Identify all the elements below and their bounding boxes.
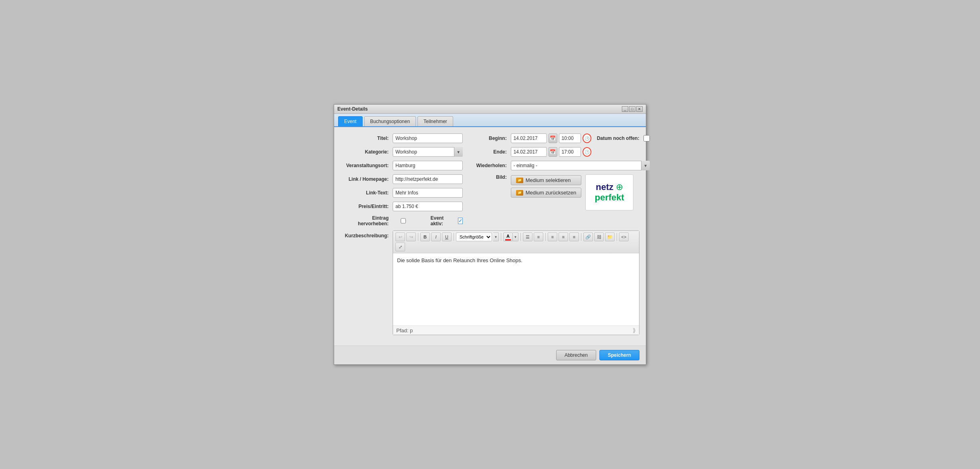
link-text-input[interactable] — [393, 188, 463, 198]
ende-calendar-icon[interactable]: 📅 — [548, 147, 557, 157]
right-column: Beginn: 📅 🕐 Datum noch offen: Ende: — [471, 133, 650, 230]
close-button[interactable]: ✕ — [636, 106, 643, 112]
separator-4 — [520, 233, 521, 241]
datum-offen-label: Datum noch offen: — [597, 135, 639, 141]
save-button[interactable]: Speichern — [599, 350, 639, 360]
kurzbeschreibung-row: Kurzbeschreibung: ↩ ↪ B I U Schriftgröße — [341, 230, 639, 335]
expand-button[interactable]: ⤢ — [395, 243, 405, 251]
form-section: Titel: Kategorie: Workshop ▼ Veranstaltu… — [341, 133, 639, 230]
datum-offen-checkbox[interactable] — [643, 135, 650, 142]
color-button-group: A ▼ — [503, 232, 518, 241]
color-indicator — [505, 239, 511, 241]
unlink-button[interactable]: ⛓ — [594, 232, 604, 241]
titel-input[interactable] — [393, 133, 463, 143]
medium-selektieren-button[interactable]: 📁 Medium selektieren — [511, 175, 581, 185]
code-view-button[interactable]: <> — [619, 232, 629, 241]
font-size-select[interactable]: Schriftgröße — [456, 232, 492, 241]
maximize-button[interactable]: □ — [629, 106, 635, 112]
kategorie-select[interactable]: Workshop — [393, 147, 463, 157]
image-preview: netz ⊕ perfekt — [585, 174, 633, 210]
bottom-bar: Abbrechen Speichern — [334, 346, 646, 364]
cancel-button[interactable]: Abbrechen — [556, 350, 596, 360]
link-homepage-input[interactable] — [393, 174, 463, 184]
beginn-row: Beginn: 📅 🕐 Datum noch offen: — [471, 133, 650, 143]
event-aktiv-checkbox[interactable]: ✓ — [458, 218, 463, 224]
kategorie-select-wrapper: Workshop ▼ — [393, 147, 463, 157]
medium-selektieren-icon: 📁 — [516, 178, 523, 183]
wiederholen-select[interactable]: - einmalig - — [511, 161, 650, 170]
separator-3 — [501, 233, 501, 241]
align-center-button[interactable]: ≡ — [559, 232, 568, 241]
beginn-calendar-icon[interactable]: 📅 — [548, 133, 557, 143]
veranstaltungsort-row: Veranstaltungsort: — [341, 161, 463, 170]
bullet-list-button[interactable]: ☰ — [523, 232, 532, 241]
title-bar: Event-Details _ □ ✕ — [334, 105, 646, 114]
kategorie-row: Kategorie: Workshop ▼ — [341, 147, 463, 157]
checkbox-row: Eintrag hervorheben: Event aktiv: ✓ — [341, 215, 463, 226]
eintrag-checkbox[interactable] — [401, 218, 406, 224]
separator-1 — [418, 233, 418, 241]
preis-row: Preis/Eintritt: — [341, 202, 463, 211]
medium-zuruecksetzen-button[interactable]: 📁 Medium zurücksetzen — [511, 188, 581, 198]
ende-clock-icon[interactable]: 🕐 — [583, 147, 591, 157]
tabs-bar: Event Buchungsoptionen Teilnehmer — [334, 114, 646, 127]
font-size-dropdown-arrow-icon[interactable]: ▼ — [493, 232, 499, 241]
align-right-button[interactable]: ≡ — [569, 232, 579, 241]
link-homepage-row: Link / Homepage: — [341, 174, 463, 184]
separator-6 — [581, 233, 581, 241]
ende-label: Ende: — [471, 149, 511, 155]
window-title: Event-Details — [337, 106, 368, 112]
redo-button[interactable]: ↪ — [406, 232, 416, 241]
preis-label: Preis/Eintritt: — [341, 204, 393, 209]
beginn-label: Beginn: — [471, 135, 511, 141]
event-aktiv-label: Event aktiv: — [430, 215, 450, 226]
insert-media-button[interactable]: 📁 — [605, 232, 615, 241]
ende-time-input[interactable] — [559, 147, 581, 157]
minimize-button[interactable]: _ — [622, 106, 628, 112]
beginn-time-input[interactable] — [559, 133, 581, 143]
wiederholen-select-wrapper: - einmalig - ▼ — [511, 161, 650, 170]
beginn-clock-icon[interactable]: 🕐 — [583, 133, 591, 143]
preis-input[interactable] — [393, 202, 463, 211]
netz-perfekt-logo: netz ⊕ perfekt — [595, 182, 624, 203]
wiederholen-label: Wiederholen: — [471, 163, 511, 168]
bild-label: Bild: — [471, 174, 511, 180]
veranstaltungsort-label: Veranstaltungsort: — [341, 163, 393, 168]
undo-button[interactable]: ↩ — [395, 232, 405, 241]
numbered-list-button[interactable]: ≡ — [534, 232, 543, 241]
titel-row: Titel: — [341, 133, 463, 143]
veranstaltungsort-input[interactable] — [393, 161, 463, 170]
titel-label: Titel: — [341, 135, 393, 141]
tab-event[interactable]: Event — [338, 116, 363, 126]
wiederholen-row: Wiederholen: - einmalig - ▼ — [471, 161, 650, 170]
window-controls: _ □ ✕ — [622, 106, 643, 112]
ende-row: Ende: 📅 🕐 — [471, 147, 650, 157]
form-content: Titel: Kategorie: Workshop ▼ Veranstaltu… — [334, 127, 646, 346]
editor-wrapper: ↩ ↪ B I U Schriftgröße ▼ — [393, 230, 639, 335]
text-color-button[interactable]: A — [503, 232, 513, 241]
italic-button[interactable]: I — [431, 232, 441, 241]
resize-handle-icon[interactable]: ⟫ — [633, 327, 636, 334]
link-text-row: Link-Text: — [341, 188, 463, 198]
left-column: Titel: Kategorie: Workshop ▼ Veranstaltu… — [341, 133, 463, 230]
ende-date-input[interactable] — [511, 147, 547, 157]
eintrag-label: Eintrag hervorheben: — [341, 215, 393, 226]
bold-button[interactable]: B — [420, 232, 430, 241]
align-left-button[interactable]: ≡ — [548, 232, 557, 241]
editor-content[interactable]: Die solide Basis für den Relaunch Ihres … — [393, 253, 639, 325]
underline-button[interactable]: U — [442, 232, 452, 241]
separator-7 — [617, 233, 617, 241]
link-button[interactable]: 🔗 — [583, 232, 593, 241]
link-text-label: Link-Text: — [341, 190, 393, 196]
color-dropdown-arrow-icon[interactable]: ▼ — [513, 232, 518, 241]
tab-buchungsoptionen[interactable]: Buchungsoptionen — [364, 116, 416, 126]
separator-2 — [454, 233, 454, 241]
link-homepage-label: Link / Homepage: — [341, 176, 393, 182]
pfad-text: Pfad: p — [396, 327, 413, 334]
ende-date-time-group: 📅 🕐 — [511, 147, 650, 157]
kategorie-label: Kategorie: — [341, 149, 393, 155]
beginn-date-time-group: 📅 🕐 Datum noch offen: — [511, 133, 650, 143]
medium-zuruecksetzen-icon: 📁 — [516, 190, 523, 196]
tab-teilnehmer[interactable]: Teilnehmer — [417, 116, 453, 126]
beginn-date-input[interactable] — [511, 133, 547, 143]
